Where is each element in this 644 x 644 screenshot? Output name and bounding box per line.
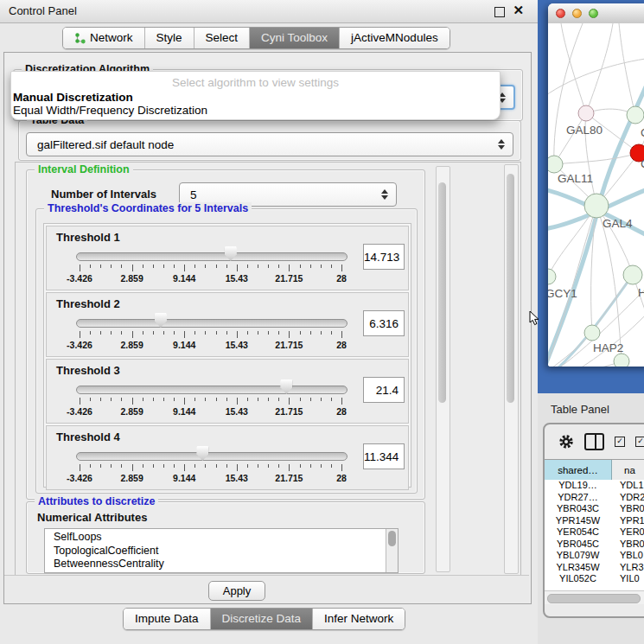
cell-shared-name: YBL079W — [545, 550, 611, 562]
tab-cyni-toolbox[interactable]: Cyni Toolbox — [250, 28, 340, 48]
slider-tick — [341, 265, 342, 271]
threshold-value-field[interactable]: 14.713 — [363, 244, 405, 270]
horizontal-scrollbar-thumb[interactable] — [547, 594, 641, 603]
slider-tick — [163, 398, 164, 401]
algorithm-placeholder: Select algorithm to view settings — [11, 76, 500, 89]
slider-tick — [258, 464, 258, 468]
attribute-list-item[interactable]: BetweennessCentrality — [45, 558, 398, 571]
combo-arrows-icon — [381, 189, 388, 200]
table-row[interactable]: YER054CYER0 — [545, 526, 644, 539]
cell-shared-name: YBR043C — [545, 503, 611, 515]
node-label: GCY1 — [548, 287, 577, 300]
tab-discretize-data[interactable]: Discretize Data — [211, 609, 314, 629]
zoom-traffic-light-icon[interactable] — [589, 9, 598, 18]
slider-tick — [247, 331, 248, 335]
tab-label: Style — [156, 28, 182, 48]
tab-infer-network[interactable]: Infer Network — [313, 609, 405, 629]
list-scrollbar-thumb[interactable] — [388, 531, 396, 546]
table-data-combobox[interactable]: galFiltered.sif default node — [26, 132, 513, 156]
table-row[interactable]: YBR043CYBR0 — [545, 503, 644, 515]
column-layout-icon[interactable] — [584, 433, 604, 450]
apply-button[interactable]: Apply — [208, 581, 265, 601]
gear-icon[interactable] — [558, 434, 574, 450]
horizontal-scrollbar[interactable] — [545, 590, 644, 604]
slider-tick — [80, 265, 80, 271]
slider-tick — [100, 464, 101, 468]
control-panel-title: Control Panel — [9, 4, 77, 17]
slider-tick — [132, 398, 133, 405]
cell-shared-name: YDR27… — [545, 492, 611, 504]
node-label: GAL4 — [603, 217, 633, 230]
slider-tick — [100, 331, 101, 335]
table-row[interactable]: YDR27…YDR2 — [545, 492, 644, 504]
threshold-label: Threshold 4 — [56, 430, 120, 443]
network-node-node-gcy1[interactable] — [548, 269, 556, 284]
network-node-node-gal11[interactable] — [548, 156, 563, 173]
tick-label: 28 — [336, 473, 347, 483]
network-node-node-right-mid[interactable] — [623, 265, 642, 284]
network-node-node-gal4[interactable] — [584, 194, 609, 218]
float-button[interactable] — [494, 7, 505, 17]
slider-tick — [90, 398, 91, 401]
node-label: GAL80 — [566, 124, 603, 137]
slider-tick — [258, 398, 258, 401]
table-row[interactable]: YDL19…YDL1 — [545, 480, 644, 492]
attribute-list-item[interactable]: TopologicalCoefficient — [45, 545, 398, 558]
network-node-node-pink[interactable] — [578, 105, 594, 121]
tab-impute-data[interactable]: Impute Data — [124, 609, 211, 629]
slider-tick — [278, 265, 279, 268]
settings-scroll-area: Interval Definition Number of Intervals … — [15, 162, 521, 577]
threshold-value-field[interactable]: 21.4 — [363, 377, 405, 403]
table-row[interactable]: YBR045CYBR0 — [545, 539, 644, 551]
inner-scrollbar[interactable] — [436, 166, 450, 572]
node-label: C — [641, 157, 644, 170]
slider-track[interactable] — [76, 319, 348, 328]
column-header-shared[interactable]: shared… — [545, 460, 612, 480]
table-row[interactable]: YPR145WYPR1 — [545, 515, 644, 527]
slider-tick — [184, 331, 185, 338]
threshold-list: Threshold 1-3.4262.8599.14415.4321.71528… — [43, 223, 411, 488]
table-header-row: shared… na — [545, 459, 644, 481]
minimize-traffic-light-icon[interactable] — [572, 9, 582, 18]
algorithm-option[interactable]: Equal Width/Frequency Discretization — [13, 104, 207, 117]
slider-track[interactable] — [76, 252, 348, 261]
mouse-cursor — [529, 311, 540, 326]
slider-tick — [121, 331, 122, 335]
slider-tick — [163, 265, 164, 268]
outer-scrollbar-thumb[interactable] — [507, 174, 514, 403]
column-header-name[interactable]: na — [612, 460, 644, 480]
numerical-attributes-list: SelfLoopsTopologicalCoefficientBetweenne… — [44, 528, 399, 573]
close-button[interactable]: ✕ — [513, 3, 524, 18]
cell-name: YBR0 — [611, 503, 644, 515]
tab-select[interactable]: Select — [194, 28, 251, 48]
slider-track[interactable] — [76, 452, 348, 461]
network-canvas[interactable]: GAL80GCGAL11GAL4GCY1HHAP2 — [548, 23, 644, 367]
network-node-node-top-right[interactable] — [627, 106, 644, 124]
slider-track[interactable] — [76, 386, 348, 394]
slider-tick — [205, 464, 206, 468]
threshold-value-field[interactable]: 11.344 — [363, 443, 405, 469]
tab-jactivemnodules[interactable]: jActiveMNodules — [340, 28, 450, 48]
slider-tick — [174, 398, 175, 401]
checkbox-icon[interactable]: ✓ — [615, 437, 625, 447]
list-scrollbar[interactable] — [386, 529, 398, 572]
close-traffic-light-icon[interactable] — [556, 9, 565, 18]
checkbox-icon[interactable]: ✓ — [635, 437, 644, 447]
algorithm-option[interactable]: Manual Discretization — [13, 91, 133, 104]
network-node-node-hap2[interactable] — [584, 325, 600, 341]
attributes-group-title: Attributes to discretize — [35, 495, 158, 507]
tab-style[interactable]: Style — [145, 28, 194, 48]
tab-label: Select — [206, 28, 239, 48]
outer-scrollbar[interactable] — [504, 164, 519, 574]
table-row[interactable]: YBL079WYBL0 — [545, 550, 644, 562]
tab-network[interactable]: Network — [63, 28, 145, 48]
slider-tick — [184, 265, 185, 271]
attribute-list-item[interactable]: SelfLoops — [45, 531, 398, 545]
table-row[interactable]: YIL052CYIL0 — [545, 573, 644, 585]
network-node-node-bottom[interactable] — [614, 354, 629, 367]
inner-scrollbar-thumb[interactable] — [438, 182, 446, 403]
table-panel-region: Table Panel ✓ ✓ shared… na YDL19…YDL1YDR… — [538, 393, 644, 644]
control-panel-titlebar: Control Panel ✕ — [0, 0, 538, 23]
threshold-value-field[interactable]: 6.316 — [363, 310, 405, 336]
table-row[interactable]: YLR345WYLR3 — [545, 562, 644, 574]
